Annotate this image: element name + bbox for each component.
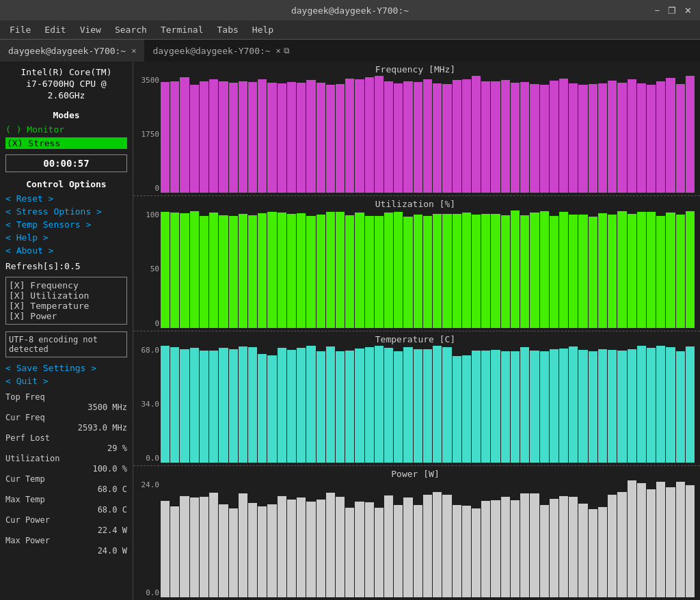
control-help[interactable]: < Help > xyxy=(5,232,127,243)
stat-perf-lost-value: 29 % xyxy=(5,444,127,453)
bar xyxy=(608,350,617,463)
tab-1-label: daygeek@daygeek-Y700:~ xyxy=(8,46,126,56)
bar xyxy=(375,346,383,462)
bar xyxy=(394,212,403,328)
bar xyxy=(394,83,403,193)
mode-monitor[interactable]: ( ) Monitor xyxy=(5,124,127,135)
bar xyxy=(161,501,170,597)
bar xyxy=(617,492,626,597)
bar xyxy=(248,215,257,327)
bar xyxy=(209,493,218,597)
bar xyxy=(491,350,500,463)
control-save-settings[interactable]: < Save Settings > xyxy=(5,363,127,373)
bar xyxy=(229,83,238,193)
bar xyxy=(355,502,364,597)
stat-max-power: Max Power xyxy=(5,536,127,545)
bar xyxy=(239,346,247,463)
bar xyxy=(365,502,374,597)
bar xyxy=(345,508,354,597)
bar xyxy=(258,354,267,462)
bar xyxy=(267,504,276,597)
bar xyxy=(481,214,490,328)
bar xyxy=(628,480,636,597)
menu-search[interactable]: Search xyxy=(108,23,154,36)
bar xyxy=(589,84,597,193)
menu-edit[interactable]: Edit xyxy=(38,23,72,36)
bar xyxy=(656,216,665,328)
bar xyxy=(414,505,422,597)
power-chart: Power [W] 24.0 0.0 xyxy=(133,466,700,600)
bar xyxy=(666,487,675,597)
mode-stress[interactable]: (X) Stress xyxy=(5,137,127,149)
menu-file[interactable]: File xyxy=(3,23,38,36)
checkbox-utilization[interactable]: [X] Utilization xyxy=(9,290,124,301)
bar xyxy=(550,349,558,463)
utilization-chart: Utilization [%] 100 50 0 xyxy=(133,196,700,331)
bar xyxy=(345,215,354,327)
main-content: Intel(R) Core(TM) i7-6700HQ CPU @ 2.60GH… xyxy=(0,62,700,600)
bar xyxy=(267,212,276,327)
bar xyxy=(608,215,617,327)
restore-button[interactable]: ❐ xyxy=(665,5,679,16)
bar xyxy=(540,211,549,327)
tab-2-close[interactable]: ✕ xyxy=(276,46,281,55)
menu-tabs[interactable]: Tabs xyxy=(211,23,245,36)
bar xyxy=(219,215,228,328)
bar xyxy=(180,213,189,327)
control-stress-options[interactable]: < Stress Options > xyxy=(5,206,127,217)
bar xyxy=(326,212,335,327)
bar xyxy=(306,216,315,328)
bar xyxy=(578,350,587,463)
temperature-chart-title: Temperature [C] xyxy=(136,334,695,344)
menu-help[interactable]: Help xyxy=(245,23,280,36)
stat-utilization-value: 100.0 % xyxy=(5,464,127,474)
bar xyxy=(472,508,481,597)
bar xyxy=(258,506,267,598)
bar xyxy=(297,213,306,328)
control-quit[interactable]: < Quit > xyxy=(5,376,127,386)
bar xyxy=(481,501,490,597)
bar xyxy=(219,348,228,463)
menu-terminal[interactable]: Terminal xyxy=(154,23,211,36)
bar xyxy=(248,347,257,462)
utilization-chart-area: 100 50 0 xyxy=(136,210,695,327)
tab-1[interactable]: daygeek@daygeek-Y700:~ ✕ xyxy=(0,40,144,62)
minimize-button[interactable]: − xyxy=(651,5,662,16)
tab-2[interactable]: daygeek@daygeek-Y700:~ ✕ ⧉ xyxy=(144,40,297,62)
bar xyxy=(170,81,179,193)
temperature-y-labels: 68.0 34.0 0.0 xyxy=(136,346,161,463)
stat-cur-freq-value: 2593.0 MHz xyxy=(5,423,127,433)
control-about[interactable]: < About > xyxy=(5,245,127,256)
bar xyxy=(666,213,675,328)
bar xyxy=(453,356,461,463)
tab-1-close[interactable]: ✕ xyxy=(131,46,136,55)
checkbox-frequency[interactable]: [X] Frequency xyxy=(9,280,124,290)
bar xyxy=(442,84,451,193)
bar xyxy=(258,213,267,328)
bar xyxy=(180,77,189,193)
window-controls[interactable]: − ❐ ✕ xyxy=(651,5,695,16)
stat-cur-power: Cur Power xyxy=(5,515,127,525)
close-button[interactable]: ✕ xyxy=(682,5,695,16)
checkbox-power[interactable]: [X] Power xyxy=(9,311,124,321)
bar xyxy=(336,212,345,328)
temperature-chart-area: 68.0 34.0 0.0 xyxy=(136,346,695,463)
left-panel: Intel(R) Core(TM) i7-6700HQ CPU @ 2.60GH… xyxy=(0,62,133,600)
bar xyxy=(297,83,306,193)
control-reset[interactable]: < Reset > xyxy=(5,193,127,204)
bar xyxy=(209,213,218,328)
bar xyxy=(666,347,675,463)
bar xyxy=(628,349,636,463)
tab-2-label: daygeek@daygeek-Y700:~ xyxy=(152,46,270,56)
bar xyxy=(375,76,383,193)
bar xyxy=(375,216,383,328)
bar xyxy=(491,214,500,327)
bar xyxy=(530,351,539,463)
control-temp-sensors[interactable]: < Temp Sensors > xyxy=(5,219,127,230)
menu-view[interactable]: View xyxy=(73,23,108,36)
stats-section: Top Freq 3500 MHz Cur Freq 2593.0 MHz Pe… xyxy=(5,392,127,556)
bar xyxy=(229,508,238,597)
bar xyxy=(403,497,412,597)
checkbox-temperature[interactable]: [X] Temperature xyxy=(9,301,124,311)
bar xyxy=(287,214,296,327)
